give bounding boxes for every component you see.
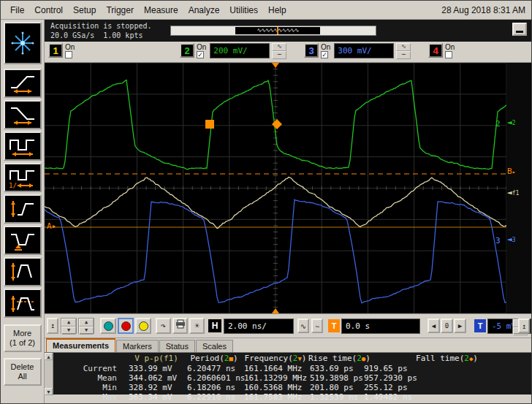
channel-1-group: 1 On [48, 43, 75, 58]
channel-2-group: 2 On 200 mV/ ∿ ∼ [180, 43, 286, 59]
waveform-canvas [45, 63, 506, 313]
col-header-frequency: Frequency(2▼) [243, 354, 308, 364]
pan-up-button[interactable]: ↥ [47, 318, 58, 334]
tab-scales[interactable]: Scales [196, 340, 233, 352]
touch-mode-button[interactable]: ↷ [156, 318, 171, 334]
curved-arrow-icon: ↷ [161, 321, 166, 331]
measurement-value: 161.7583 MHz [243, 392, 308, 402]
channel-2-ground-marker[interactable]: ◄2 [507, 118, 515, 127]
trigger-b-level-label[interactable]: B▸ [507, 167, 515, 176]
measure-v-avg-button[interactable] [4, 289, 42, 318]
measurement-value: 255.12 ps [362, 383, 531, 392]
measurement-value: 633.69 ps [308, 364, 362, 373]
measure-v-max-button[interactable] [4, 194, 42, 224]
measurement-sidebar: 1/ [1, 20, 45, 404]
menu-trigger[interactable]: Trigger [101, 2, 139, 18]
delete-all-button[interactable]: Delete All [4, 358, 42, 386]
channel-2-offset-button[interactable]: ∼ [272, 51, 286, 59]
timebase-field[interactable]: 2.00 ns/ [224, 319, 294, 334]
marker-color-teal-button[interactable] [100, 318, 116, 334]
channel-2-checkbox[interactable] [197, 51, 204, 58]
horizontal-fine-button[interactable]: ∼ [311, 319, 323, 333]
channel-2-button[interactable]: 2 [180, 43, 194, 58]
horizontal-zoom-button[interactable]: ∿ [297, 319, 309, 333]
col-header-fall-time: Fall time(2◆) [362, 354, 531, 364]
trigger-position-tick [277, 27, 278, 34]
channel-2-on-label: On [197, 43, 206, 51]
channel-3-button[interactable]: 3 [304, 43, 319, 58]
timebase-position-track[interactable]: ∿∿∿∿∿∿∿∿∿∿ [170, 26, 376, 36]
menu-bar: File Control Setup Trigger Measure Analy… [1, 1, 531, 20]
tab-markers[interactable]: Markers [116, 340, 159, 352]
channel-1-button[interactable]: 1 [48, 43, 63, 58]
infiniium-logo-button[interactable] [4, 22, 42, 64]
measure-frequency-button[interactable]: 1/ [4, 163, 42, 192]
channel-2-scale-field[interactable]: 200 mV/ [210, 43, 270, 58]
teal-circle-icon [104, 321, 113, 331]
channel-3-offset-button[interactable]: ∼ [396, 51, 411, 59]
nav-left-button[interactable]: ◀ [428, 319, 440, 333]
marker-color-red-button[interactable] [118, 318, 134, 334]
datetime-display: 28 Aug 2018 8:31 AM [441, 5, 527, 15]
measurement-value: 160.5368 MHz [243, 383, 308, 392]
menu-measure[interactable]: Measure [139, 2, 183, 18]
menu-control[interactable]: Control [29, 2, 68, 18]
measurements-scrollbar[interactable]: ▲ ▼ [45, 353, 53, 395]
menu-file[interactable]: File [5, 2, 29, 18]
v-avg-icon [8, 291, 37, 315]
measurement-value: 6.2060601 ns [186, 373, 243, 383]
trigger-level-label: T [474, 319, 486, 332]
graticule-area[interactable]: A▸ 2 3 [45, 63, 506, 313]
measure-fall-time-button[interactable] [4, 100, 42, 129]
nav-right-button[interactable]: ▶ [454, 319, 466, 333]
menu-analyze[interactable]: Analyze [183, 2, 225, 18]
menu-utilities[interactable]: Utilities [224, 2, 263, 18]
measure-v-pp-button[interactable] [4, 257, 42, 286]
timebase-position-window[interactable]: ∿∿∿∿∿∿∿∿∿∿ [235, 27, 320, 34]
vertical-offset-spinner[interactable]: ▲▼ [78, 318, 94, 334]
measurement-value: 6.18206 ns [186, 383, 243, 392]
measure-v-min-button[interactable] [4, 226, 42, 255]
v-pp-icon [8, 260, 37, 283]
function-f1-ground-marker[interactable]: ◄f1 [507, 188, 519, 197]
scroll-down-arrow[interactable]: ▼ [45, 388, 53, 395]
menu-setup[interactable]: Setup [68, 2, 101, 18]
trigger-delay-field[interactable]: 0.0 s [341, 319, 420, 334]
channel-3-scale-field[interactable]: 300 mV/ [334, 43, 394, 58]
channel-1-checkbox[interactable] [65, 51, 72, 58]
measurement-value: 957.2930 ps [362, 373, 531, 383]
nav-zero-button[interactable]: 0 [441, 319, 453, 333]
row-label-current: Current [54, 364, 127, 373]
menu-help[interactable]: Help [263, 2, 292, 18]
results-tab-bar: Measurements Markers Status Scales [45, 338, 531, 352]
channel-3-scale-up-button[interactable]: ∿ [396, 43, 411, 51]
channel-3-checkbox[interactable] [321, 51, 328, 58]
channel-2-trace-label: 2 [495, 120, 501, 128]
channel-4-group: 4 On [428, 43, 455, 58]
channel-4-button[interactable]: 4 [428, 43, 443, 58]
measurement-value: 1.49482 ns [362, 392, 531, 402]
horizontal-control-bar: ↥ ▲▼ ▲▼ ↷ ☀ H 2.00 ns/ ∿ ∼ [45, 314, 531, 338]
print-button[interactable] [172, 318, 188, 334]
channel-3-ground-marker[interactable]: ◄3 [507, 235, 515, 244]
measurement-value: 1.32539 ns [308, 392, 362, 402]
channel-4-checkbox[interactable] [445, 51, 452, 58]
scroll-up-arrow[interactable]: ▲ [45, 353, 53, 360]
channel-2-scale-up-button[interactable]: ∿ [272, 43, 286, 51]
acquisition-bar: Acquisition is stopped. 20.0 GSa/s 1.00 … [45, 20, 531, 42]
fall-time-icon [8, 103, 37, 126]
measurement-value: 344.062 mV [127, 373, 186, 383]
minimize-button[interactable] [512, 23, 527, 36]
more-button[interactable]: More (1 of 2) [4, 324, 42, 352]
measure-period-button[interactable] [4, 132, 42, 161]
tab-status[interactable]: Status [159, 340, 195, 352]
restore-button[interactable]: ↥ [518, 319, 530, 333]
col-header-rise-time: Rise time(2●) [308, 354, 362, 364]
vertical-scale-spinner[interactable]: ▲▼ [61, 318, 77, 334]
measure-rise-time-button[interactable] [4, 69, 42, 98]
tab-measurements[interactable]: Measurements [46, 338, 115, 352]
display-brightness-button[interactable]: ☀ [189, 318, 205, 334]
marker-color-yellow-button[interactable] [135, 318, 151, 334]
acquisition-rate: 20.0 GSa/s 1.00 kpts [50, 31, 142, 39]
measurement-value: 328.92 mV [127, 383, 186, 392]
